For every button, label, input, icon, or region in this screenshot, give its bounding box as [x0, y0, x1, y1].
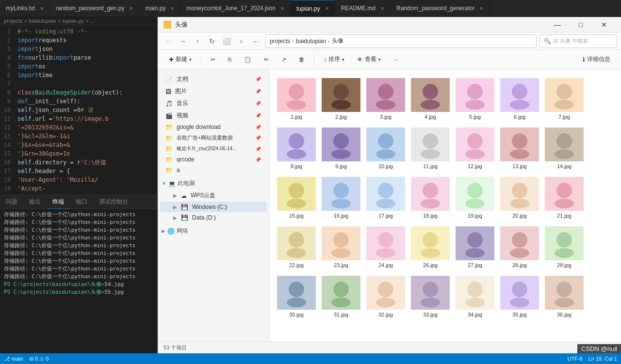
file-item[interactable]: 10.jpg: [364, 125, 407, 172]
tab-random-gen[interactable]: Random_password_generator ✕: [391, 0, 490, 17]
refresh-button[interactable]: ↻: [205, 34, 219, 48]
tab-main[interactable]: main.py ✕: [139, 0, 180, 17]
file-item[interactable]: 26.jpg: [409, 223, 452, 271]
file-item[interactable]: 9.jpg: [320, 125, 362, 172]
up-button[interactable]: ↑: [191, 34, 204, 48]
file-item[interactable]: 16.jpg: [320, 174, 362, 222]
file-item[interactable]: 18.jpg: [409, 174, 452, 222]
tab-tupian[interactable]: tupian.py ✕: [291, 0, 335, 17]
sidebar-item-a[interactable]: 📁 a: [160, 165, 267, 175]
svg-point-46: [333, 183, 349, 198]
file-item[interactable]: 34.jpg: [454, 273, 496, 320]
paste-button[interactable]: 📋: [239, 54, 257, 65]
file-item[interactable]: 17.jpg: [364, 174, 407, 222]
file-item[interactable]: 36.jpg: [543, 273, 586, 320]
file-item[interactable]: 4.jpg: [409, 75, 452, 123]
tab-mylinks[interactable]: myLinks.txt ✕: [0, 0, 50, 17]
detail-info-button[interactable]: ℹ 详细信息: [578, 53, 615, 65]
file-thumbnail: [322, 226, 360, 260]
close-icon[interactable]: ✕: [479, 6, 483, 11]
expand-button[interactable]: ›: [234, 34, 248, 48]
sidebar-item-csv[interactable]: 📁 概览卡片_csv(2024-06-14_13_52_ 📌: [160, 143, 267, 154]
file-item[interactable]: 20.jpg: [498, 174, 541, 222]
file-item[interactable]: 31.jpg: [320, 273, 362, 320]
sidebar-item-music[interactable]: 🎵 音乐 📌: [160, 97, 267, 110]
panel-tab-ports[interactable]: 端口: [70, 195, 93, 209]
sidebar-item-data-d[interactable]: ▶ 💾 Data (D:): [160, 212, 267, 223]
back-button[interactable]: ←: [162, 34, 175, 48]
file-item[interactable]: 29.jpg: [543, 223, 586, 271]
file-item[interactable]: 8.jpg: [275, 125, 318, 172]
file-item[interactable]: 3.jpg: [364, 75, 407, 123]
panel-tab-terminal[interactable]: 终端: [47, 195, 70, 209]
maximize-button[interactable]: □: [570, 17, 592, 32]
view-toggle-button[interactable]: ⬜: [220, 34, 233, 48]
terminal-content[interactable]: 存储路径: C:\价值一个亿\python-mini-projects 存储路径…: [0, 209, 158, 316]
close-icon[interactable]: ✕: [380, 6, 384, 11]
file-item[interactable]: 13.jpg: [498, 125, 541, 172]
more-nav-button[interactable]: ···: [249, 34, 262, 48]
file-item[interactable]: 19.jpg: [454, 174, 496, 222]
delete-button[interactable]: 🗑: [294, 54, 310, 65]
panel-tab-debug[interactable]: 调试控制台: [93, 195, 134, 209]
file-item[interactable]: 2.jpg: [320, 75, 362, 123]
more-button[interactable]: ···: [388, 54, 404, 65]
view-button[interactable]: 👁 查看 ▾: [352, 53, 386, 66]
svg-point-79: [512, 232, 527, 248]
close-icon[interactable]: ✕: [40, 6, 44, 11]
address-bar[interactable]: projects › baidutupian › 头像: [265, 34, 537, 48]
file-item[interactable]: 11.jpg: [409, 125, 452, 172]
close-icon[interactable]: ✕: [325, 6, 329, 11]
file-item[interactable]: 24.jpg: [364, 223, 407, 271]
sidebar-item-wps-cloud[interactable]: ▶ ☁ WPS云盘: [160, 190, 267, 202]
close-icon[interactable]: ✕: [280, 6, 284, 11]
file-item[interactable]: 30.jpg: [275, 273, 318, 320]
item-count: 53 个项目: [163, 344, 187, 351]
file-item[interactable]: 27.jpg: [454, 223, 496, 271]
rename-button[interactable]: ✏: [259, 54, 274, 65]
file-item[interactable]: 5.jpg: [454, 75, 496, 123]
sidebar-group-pc-header[interactable]: ▼ 💻 此电脑: [158, 177, 269, 190]
copy-button[interactable]: ⎘: [223, 54, 237, 65]
cut-button[interactable]: ✂: [205, 54, 221, 65]
file-item[interactable]: 28.jpg: [498, 223, 541, 271]
close-button[interactable]: ✕: [593, 17, 615, 32]
panel-tab-output[interactable]: 输出: [23, 195, 47, 209]
panel-tab-problems[interactable]: 问题: [0, 195, 23, 209]
close-icon[interactable]: ✕: [170, 6, 174, 11]
tab-moneycorntol[interactable]: moneycorntol_June_17_2024.json ✕: [180, 0, 290, 17]
search-bar[interactable]: 🔍 在 头像 中搜索: [539, 34, 617, 48]
sidebar-item-documents[interactable]: 📄 文档 📌: [160, 73, 267, 85]
svg-point-101: [510, 298, 529, 307]
file-thumbnail: [322, 276, 360, 310]
sidebar-item-video[interactable]: 🎬 视频 📌: [160, 110, 267, 122]
tab-random-password[interactable]: random_password_gen.py ✕: [50, 0, 139, 17]
sidebar-group-network-header[interactable]: ▶ 🌐 网络: [158, 225, 269, 237]
line-numbers: 12345 678910 1112131415 16171819: [0, 25, 14, 195]
file-item[interactable]: 23.jpg: [320, 223, 362, 271]
sidebar-item-pictures[interactable]: 🖼 图片 📌: [160, 85, 267, 97]
minimize-button[interactable]: —: [546, 17, 569, 32]
file-item[interactable]: 32.jpg: [364, 273, 407, 320]
file-item[interactable]: 1.jpg: [275, 75, 318, 123]
close-icon[interactable]: ✕: [129, 6, 133, 11]
tab-readme[interactable]: README.md ✕: [335, 0, 391, 17]
sidebar-item-google-download[interactable]: 📁 google download 📌: [160, 122, 267, 132]
new-button[interactable]: ✚ 新建 ▾: [163, 53, 197, 66]
sidebar-item-qrcode[interactable]: 📁 qrcode 📌: [160, 154, 267, 165]
file-item[interactable]: 35.jpg: [498, 273, 541, 320]
code-text[interactable]: #-*- coding:utf8 -*- import requests imp…: [14, 25, 157, 195]
file-item[interactable]: 21.jpg: [543, 174, 586, 222]
sidebar-item-windows-c[interactable]: ▶ 💾 Windows (C:): [160, 202, 267, 212]
share-button[interactable]: ↗: [276, 54, 292, 65]
file-item[interactable]: 15.jpg: [275, 174, 318, 222]
file-item[interactable]: 6.jpg: [498, 75, 541, 123]
file-item[interactable]: 14.jpg: [543, 125, 586, 172]
file-item[interactable]: 7.jpg: [543, 75, 586, 123]
forward-button[interactable]: →: [176, 34, 190, 48]
file-item[interactable]: 33.jpg: [409, 273, 452, 320]
file-item[interactable]: 22.jpg: [275, 223, 318, 271]
file-item[interactable]: 12.jpg: [454, 125, 496, 172]
sort-button[interactable]: ↕ 排序 ▾: [318, 53, 350, 66]
sidebar-item-google-ads[interactable]: 📁 谷歌广告+网站流量数据 📌: [160, 132, 267, 143]
